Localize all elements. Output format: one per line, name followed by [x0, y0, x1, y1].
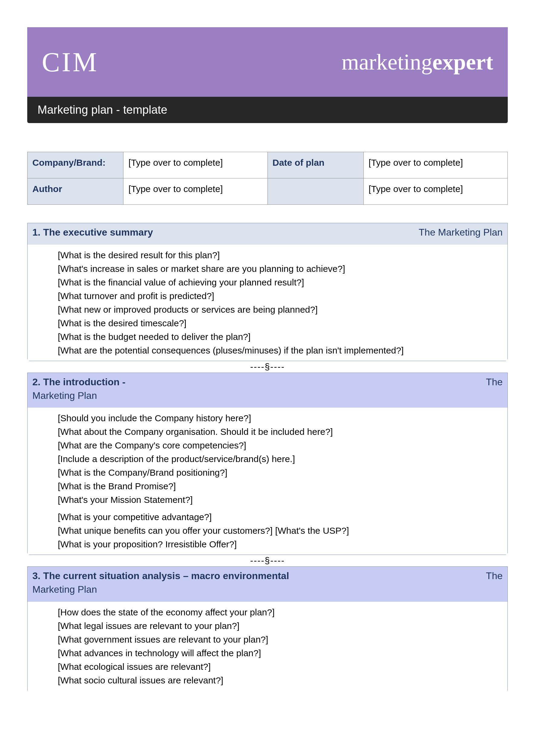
question[interactable]: [What is the desired result for this pla… [58, 248, 507, 262]
brand-banner: CIM marketingexpert [27, 27, 508, 97]
question[interactable]: [What are the potential consequences (pl… [58, 343, 507, 357]
document-title: Marketing plan - template [27, 97, 508, 123]
section-title: 1. The executive summary [32, 227, 153, 238]
date-value[interactable]: [Type over to complete] [363, 152, 507, 178]
question[interactable]: [What is the budget needed to deliver th… [58, 330, 507, 343]
section-header: The Marketing Plan 1. The executive summ… [28, 223, 507, 245]
question[interactable]: [What turnover and profit is predicted?] [58, 289, 507, 303]
section-situation-analysis: The 3. The current situation analysis – … [27, 566, 508, 691]
document-page: CIM marketingexpert Marketing plan - tem… [0, 0, 535, 756]
brand-title: marketingexpert [342, 49, 493, 75]
section-introduction: The 2. The introduction - Marketing Plan… [27, 372, 508, 555]
company-label: Company/Brand: [28, 152, 124, 178]
author-label: Author [28, 178, 124, 205]
company-value[interactable]: [Type over to complete] [124, 152, 268, 178]
info-table: Company/Brand: [Type over to complete] D… [27, 152, 508, 205]
question[interactable]: [What unique benefits can you offer your… [58, 524, 507, 537]
section-cont: Marketing Plan [32, 390, 97, 401]
section-body: [How does the state of the economy affec… [28, 602, 507, 691]
question[interactable]: [What about the Company organisation. Sh… [58, 425, 507, 439]
question[interactable]: [What government issues are relevant to … [58, 633, 507, 646]
section-title: 2. The introduction - [32, 376, 126, 387]
question[interactable]: [What's increase in sales or market shar… [58, 262, 507, 276]
date-label: Date of plan [268, 152, 363, 178]
question[interactable]: [Include a description of the product/se… [58, 452, 507, 466]
section-body: [What is the desired result for this pla… [28, 245, 507, 361]
section-header: The 3. The current situation analysis – … [28, 567, 507, 602]
section-right: The [486, 569, 503, 583]
author-value[interactable]: [Type over to complete] [124, 178, 268, 205]
question[interactable]: [What is your competitive advantage?] [58, 510, 507, 524]
question[interactable]: [What's your Mission Statement?] [58, 493, 507, 506]
extra-value[interactable]: [Type over to complete] [363, 178, 507, 205]
question[interactable]: [What ecological issues are relevant?] [58, 660, 507, 673]
blank-cell [268, 178, 363, 205]
question[interactable]: [What advances in technology will affect… [58, 646, 507, 660]
question[interactable]: [What is the desired timescale?] [58, 316, 507, 330]
question[interactable]: [What are the Company's core competencie… [58, 439, 507, 452]
section-right: The Marketing Plan [419, 226, 503, 239]
cim-logo: CIM [42, 46, 99, 78]
question[interactable]: [What is the Company/Brand positioning?] [58, 466, 507, 479]
question[interactable]: [What socio cultural issues are relevant… [58, 673, 507, 687]
section-header: The 2. The introduction - Marketing Plan [28, 373, 507, 408]
section-right: The [486, 375, 503, 389]
question[interactable]: [What is the financial value of achievin… [58, 276, 507, 289]
question[interactable]: [How does the state of the economy affec… [58, 606, 507, 619]
question[interactable]: [What is the Brand Promise?] [58, 479, 507, 493]
section-executive-summary: The Marketing Plan 1. The executive summ… [27, 223, 508, 361]
question[interactable]: [What legal issues are relevant to your … [58, 619, 507, 633]
question[interactable]: [What is your proposition? Irresistible … [58, 537, 507, 551]
section-cont: Marketing Plan [32, 584, 97, 595]
brand-bold: expert [433, 50, 493, 74]
brand-prefix: marketing [342, 50, 433, 74]
question[interactable]: [What new or improved products or servic… [58, 303, 507, 316]
section-body: [Should you include the Company history … [28, 408, 507, 554]
section-separator: ----§---- [27, 555, 508, 566]
question[interactable]: [Should you include the Company history … [58, 411, 507, 425]
section-separator: ----§---- [27, 361, 508, 372]
section-title: 3. The current situation analysis – macr… [32, 570, 289, 581]
